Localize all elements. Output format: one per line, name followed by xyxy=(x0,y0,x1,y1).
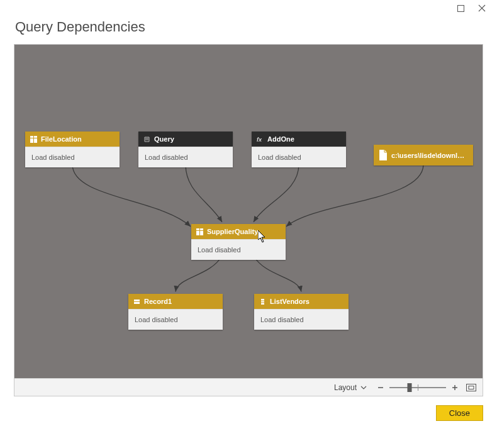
node-status: Load disabled xyxy=(25,147,120,167)
table-icon xyxy=(196,228,203,235)
node-label: Query xyxy=(154,135,174,143)
chevron-down-icon xyxy=(360,385,367,390)
svg-rect-12 xyxy=(261,299,264,305)
zoom-out-button[interactable] xyxy=(376,383,386,392)
node-label: AddOne xyxy=(267,135,294,143)
node-status: Load disabled xyxy=(128,309,223,330)
node-status: Load disabled xyxy=(252,147,346,167)
node-status: Load disabled xyxy=(138,147,233,167)
record-icon xyxy=(133,298,140,305)
svg-rect-18 xyxy=(467,384,476,391)
node-label: ListVendors xyxy=(270,298,310,305)
window-close-button[interactable] xyxy=(477,4,487,13)
file-icon xyxy=(379,150,388,160)
window-maximize-button[interactable] xyxy=(455,4,466,13)
node-record1[interactable]: Record1 Load disabled xyxy=(128,294,223,330)
layout-label: Layout xyxy=(334,383,357,392)
node-supplierquality[interactable]: SupplierQuality Load disabled xyxy=(191,224,286,260)
node-status: Load disabled xyxy=(254,309,349,330)
node-label: FileLocation xyxy=(41,135,82,143)
node-addone[interactable]: fx AddOne Load disabled xyxy=(252,132,346,167)
script-icon xyxy=(143,136,150,143)
zoom-track[interactable] xyxy=(389,384,446,391)
fit-to-screen-button[interactable] xyxy=(466,383,476,392)
table-icon xyxy=(30,136,37,143)
layout-dropdown[interactable]: Layout xyxy=(332,382,369,393)
close-button[interactable]: Close xyxy=(436,405,483,421)
dependency-canvas-frame: FileLocation Load disabled Query Load di… xyxy=(14,44,483,396)
svg-text:fx: fx xyxy=(257,137,262,143)
node-query[interactable]: Query Load disabled xyxy=(138,132,233,167)
dependency-canvas[interactable]: FileLocation Load disabled Query Load di… xyxy=(14,45,483,378)
zoom-in-button[interactable] xyxy=(450,383,460,392)
node-filelocation[interactable]: FileLocation Load disabled xyxy=(25,132,120,167)
zoom-slider[interactable] xyxy=(376,383,460,392)
svg-rect-0 xyxy=(457,5,464,11)
node-label: Record1 xyxy=(144,298,172,305)
node-status: Load disabled xyxy=(191,239,286,260)
canvas-toolbar: Layout xyxy=(14,378,483,396)
dialog-title: Query Dependencies xyxy=(0,16,497,44)
node-listvendors[interactable]: ListVendors Load disabled xyxy=(254,294,349,330)
zoom-thumb[interactable] xyxy=(407,383,411,392)
node-label: c:\users\lisde\downloads... xyxy=(391,152,468,159)
function-icon: fx xyxy=(257,136,264,143)
node-label: SupplierQuality xyxy=(207,228,258,235)
node-filesource[interactable]: c:\users\lisde\downloads... xyxy=(374,145,473,165)
dependency-edges xyxy=(14,45,483,378)
svg-rect-19 xyxy=(469,386,474,389)
list-icon xyxy=(259,298,266,305)
